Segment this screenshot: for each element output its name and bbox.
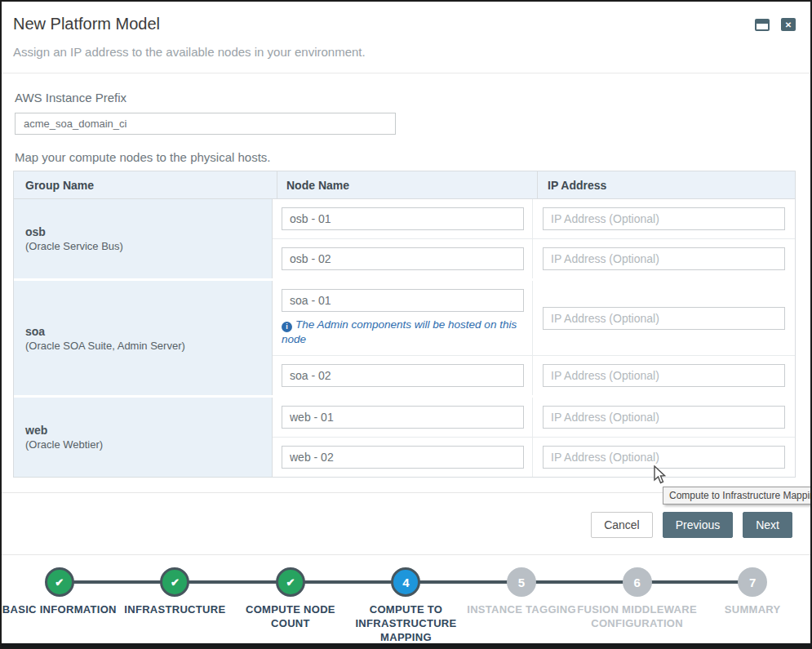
step-check-icon[interactable]: ✔ <box>276 567 305 597</box>
step-summary: 7 SUMMARY <box>694 562 810 645</box>
table-row: osb (Oracle Service Bus) <box>14 199 795 278</box>
dialog-subtitle: Assign an IP address to the available no… <box>13 45 797 59</box>
step-number[interactable]: 6 <box>623 567 652 597</box>
node-subrow <box>273 238 795 278</box>
node-subrow <box>273 398 795 437</box>
column-header-ip-address: IP Address <box>537 171 795 198</box>
step-infrastructure: ✔ INFRASTRUCTURE <box>118 562 233 645</box>
step-label: BASIC INFORMATION <box>0 603 122 617</box>
node-subrow: iThe Admin components will be hosted on … <box>273 281 795 355</box>
admin-node-note: iThe Admin components will be hosted on … <box>282 318 526 347</box>
group-name: web <box>25 424 272 437</box>
step-tooltip: Compute to Infrastructure Mapping <box>663 487 812 505</box>
step-label: FUSION MIDDLEWARE CONFIGURATION <box>567 603 708 631</box>
step-label: COMPUTE NODE COUNT <box>241 603 340 631</box>
ip-address-input-osb-01[interactable] <box>543 207 785 230</box>
step-number[interactable]: 4 <box>391 567 420 597</box>
window-controls: ✕ <box>755 18 796 31</box>
group-cell-soa: soa (Oracle SOA Suite, Admin Server) <box>14 281 273 395</box>
node-subrow <box>273 437 795 477</box>
step-check-icon[interactable]: ✔ <box>45 567 74 597</box>
step-label: INFRASTRUCTURE <box>118 603 232 617</box>
step-number[interactable]: 7 <box>738 567 767 597</box>
cancel-button[interactable]: Cancel <box>591 512 653 538</box>
close-icon[interactable]: ✕ <box>781 18 796 31</box>
maximize-icon[interactable] <box>755 19 770 31</box>
step-label: SUMMARY <box>712 603 793 617</box>
group-description: (Oracle Service Bus) <box>25 240 272 252</box>
next-button[interactable]: Next <box>743 512 792 538</box>
node-name-input-web-01[interactable] <box>282 406 524 429</box>
group-description: (Oracle SOA Suite, Admin Server) <box>25 340 272 352</box>
column-header-node-name: Node Name <box>277 171 537 198</box>
node-name-input-osb-02[interactable] <box>282 247 524 270</box>
node-name-input-osb-01[interactable] <box>282 207 524 230</box>
group-name: soa <box>25 325 272 338</box>
admin-node-note-text: The Admin components will be hosted on t… <box>282 318 517 345</box>
aws-instance-prefix-input[interactable] <box>15 113 396 135</box>
compute-mapping-table: Group Name Node Name IP Address osb (Ora… <box>13 171 796 478</box>
new-platform-model-dialog: New Platform Model Assign an IP address … <box>0 0 812 649</box>
node-name-input-soa-02[interactable] <box>282 364 524 387</box>
table-header-row: Group Name Node Name IP Address <box>14 171 795 199</box>
map-instruction-text: Map your compute nodes to the physical h… <box>15 150 271 164</box>
ip-address-input-soa-01[interactable] <box>543 307 785 330</box>
step-instance-tagging: 5 INSTANCE TAGGING <box>464 562 579 645</box>
ip-address-input-web-01[interactable] <box>543 406 785 429</box>
group-description: (Oracle Webtier) <box>25 438 272 451</box>
node-subrow <box>273 199 795 238</box>
step-compute-node-count: ✔ COMPUTE NODE COUNT <box>233 562 348 645</box>
step-compute-to-infrastructure-mapping: 4 COMPUTE TO INFRASTRUCTURE MAPPING <box>348 562 464 645</box>
table-row: web (Oracle Webtier) <box>14 395 795 477</box>
previous-button[interactable]: Previous <box>663 512 733 538</box>
dialog-actions: Cancel Previous Next <box>591 512 792 538</box>
window-bottom-edge <box>2 643 810 647</box>
table-row: soa (Oracle SOA Suite, Admin Server) iTh… <box>14 278 795 395</box>
group-cell-web: web (Oracle Webtier) <box>14 398 273 477</box>
info-icon: i <box>282 322 292 332</box>
step-basic-information: ✔ BASIC INFORMATION <box>2 562 118 645</box>
node-name-input-web-02[interactable] <box>282 446 524 469</box>
group-cell-osb: osb (Oracle Service Bus) <box>14 199 273 278</box>
dialog-header: New Platform Model Assign an IP address … <box>2 2 810 73</box>
step-label: INSTANCE TAGGING <box>464 603 579 617</box>
column-header-group-name: Group Name <box>14 179 277 192</box>
step-label: COMPUTE TO INFRASTRUCTURE MAPPING <box>354 603 457 645</box>
stepper-divider <box>2 554 810 555</box>
ip-address-input-soa-02[interactable] <box>543 364 785 387</box>
step-number[interactable]: 5 <box>507 567 536 597</box>
group-name: osb <box>25 225 272 238</box>
ip-address-input-osb-02[interactable] <box>543 247 785 270</box>
node-name-input-soa-01[interactable] <box>282 289 524 312</box>
step-fusion-middleware-configuration: 6 FUSION MIDDLEWARE CONFIGURATION <box>579 562 695 645</box>
aws-instance-prefix-label: AWS Instance Prefix <box>15 91 126 104</box>
dialog-title: New Platform Model <box>13 15 797 33</box>
wizard-stepper: ✔ BASIC INFORMATION ✔ INFRASTRUCTURE ✔ C… <box>2 562 810 647</box>
node-subrow <box>273 355 795 395</box>
step-check-icon[interactable]: ✔ <box>160 567 189 597</box>
mouse-cursor-icon <box>654 465 668 488</box>
